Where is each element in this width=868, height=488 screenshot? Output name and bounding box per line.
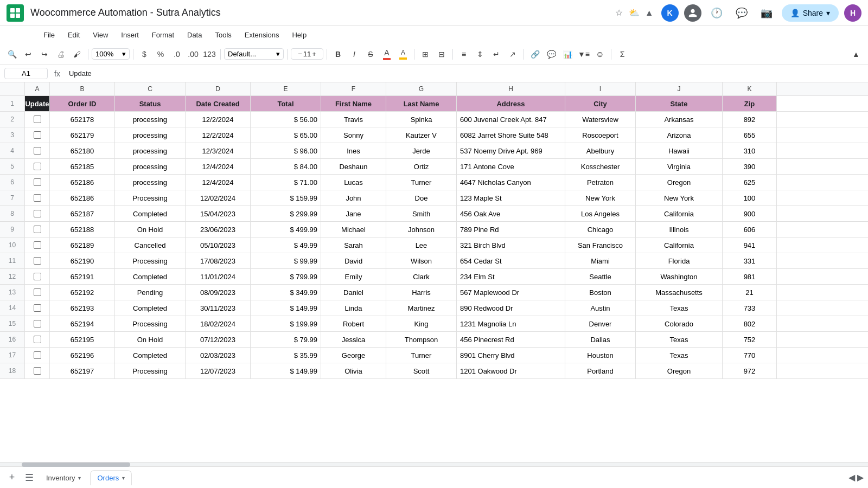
cell-city-4[interactable]: Abelbury — [565, 143, 636, 158]
menu-file[interactable]: File — [38, 29, 60, 41]
row-num-7[interactable]: 7 — [0, 190, 25, 206]
avatar-k[interactable]: K — [661, 4, 679, 22]
cell-date-12[interactable]: 11/01/2024 — [186, 269, 251, 284]
checkbox-7[interactable] — [34, 194, 41, 202]
strikethrough-btn[interactable]: S — [363, 47, 378, 62]
cell-zip-10[interactable]: 941 — [723, 237, 777, 253]
cell-orderid-17[interactable]: 652196 — [50, 348, 115, 363]
cell-update-16[interactable] — [25, 332, 50, 347]
drive-icon[interactable]: ▲ — [644, 8, 655, 18]
cell-total-9[interactable]: $ 499.99 — [251, 222, 321, 237]
cell-zip-18[interactable]: 972 — [723, 363, 777, 378]
comment-toolbar-btn[interactable]: 💬 — [544, 47, 559, 62]
cell-zip-2[interactable]: 892 — [723, 112, 777, 127]
cell-date-13[interactable]: 08/09/2023 — [186, 285, 251, 300]
cell-total-13[interactable]: $ 349.99 — [251, 285, 321, 300]
cell-state-8[interactable]: California — [636, 206, 723, 221]
col-header-g[interactable]: G — [386, 82, 457, 95]
cell-fname-11[interactable]: David — [321, 253, 386, 268]
row-num-10[interactable]: 10 — [0, 237, 25, 253]
cell-city-5[interactable]: Kosschester — [565, 159, 636, 174]
checkbox-12[interactable] — [34, 273, 41, 280]
avatar-2[interactable] — [684, 4, 701, 22]
row-num-9[interactable]: 9 — [0, 222, 25, 237]
cell-date-5[interactable]: 12/4/2024 — [186, 159, 251, 174]
star-icon[interactable]: ☆ — [614, 8, 624, 18]
share-button[interactable]: 👤 Share ▾ — [782, 4, 839, 22]
cell-lname-3[interactable]: Kautzer V — [386, 127, 457, 143]
cell-total-17[interactable]: $ 35.99 — [251, 348, 321, 363]
cell-date-16[interactable]: 07/12/2023 — [186, 332, 251, 347]
cell-address-8[interactable]: 456 Oak Ave — [457, 206, 565, 221]
tab-inventory[interactable]: Inventory ▾ — [39, 470, 88, 485]
history-icon[interactable]: 🕐 — [707, 3, 726, 23]
cell-address-13[interactable]: 567 Maplewood Dr — [457, 285, 565, 300]
undo-btn[interactable]: ↩ — [21, 47, 36, 62]
cell-address-10[interactable]: 321 Birch Blvd — [457, 237, 565, 253]
cell-orderid-16[interactable]: 652195 — [50, 332, 115, 347]
cell-lname-11[interactable]: Wilson — [386, 253, 457, 268]
cell-address-3[interactable]: 6082 Jarret Shore Suite 548 — [457, 127, 565, 143]
header-address[interactable]: Address — [457, 96, 565, 111]
menu-view[interactable]: View — [87, 29, 113, 41]
cell-lname-5[interactable]: Ortiz — [386, 159, 457, 174]
header-order-id[interactable]: Order ID — [50, 96, 115, 111]
cell-city-8[interactable]: Los Angeles — [565, 206, 636, 221]
filter-btn[interactable]: ▼≡ — [576, 47, 591, 62]
col-header-b[interactable]: B — [50, 82, 115, 95]
v-align-btn[interactable]: ⇕ — [473, 47, 488, 62]
cell-city-16[interactable]: Dallas — [565, 332, 636, 347]
row-num-18[interactable]: 18 — [0, 363, 25, 378]
row-num-16[interactable]: 16 — [0, 332, 25, 347]
app-icon[interactable] — [7, 4, 24, 22]
header-update[interactable]: Update — [25, 96, 50, 111]
cell-city-6[interactable]: Petraton — [565, 175, 636, 190]
cell-date-10[interactable]: 05/10/2023 — [186, 237, 251, 253]
percent-btn[interactable]: % — [153, 47, 168, 62]
menu-insert[interactable]: Insert — [116, 29, 144, 41]
cell-city-11[interactable]: Miami — [565, 253, 636, 268]
cell-zip-12[interactable]: 981 — [723, 269, 777, 284]
cell-zip-9[interactable]: 606 — [723, 222, 777, 237]
row-num-11[interactable]: 11 — [0, 253, 25, 268]
cell-state-2[interactable]: Arkansas — [636, 112, 723, 127]
cell-orderid-12[interactable]: 652191 — [50, 269, 115, 284]
cell-update-10[interactable] — [25, 237, 50, 253]
increase-decimal-btn[interactable]: .00 — [186, 47, 201, 62]
checkbox-17[interactable] — [34, 351, 41, 359]
cell-state-17[interactable]: Texas — [636, 348, 723, 363]
cell-status-17[interactable]: Completed — [115, 348, 186, 363]
cell-fname-18[interactable]: Olivia — [321, 363, 386, 378]
cell-update-13[interactable] — [25, 285, 50, 300]
cell-fname-13[interactable]: Daniel — [321, 285, 386, 300]
cell-address-12[interactable]: 234 Elm St — [457, 269, 565, 284]
cell-lname-10[interactable]: Lee — [386, 237, 457, 253]
cell-date-4[interactable]: 12/3/2024 — [186, 143, 251, 158]
tab-orders[interactable]: Orders ▾ — [90, 470, 132, 485]
scroll-left-btn[interactable]: ◀ — [848, 472, 855, 483]
cell-lname-17[interactable]: Turner — [386, 348, 457, 363]
col-header-f[interactable]: F — [321, 82, 386, 95]
cell-update-8[interactable] — [25, 206, 50, 221]
row-num-2[interactable]: 2 — [0, 112, 25, 127]
checkbox-4[interactable] — [34, 147, 41, 155]
highlight-color-btn[interactable]: A — [395, 47, 411, 62]
cloud-icon[interactable]: ⛅ — [629, 8, 640, 18]
cell-state-15[interactable]: Colorado — [636, 316, 723, 331]
header-fname[interactable]: First Name — [321, 96, 386, 111]
cell-total-16[interactable]: $ 79.99 — [251, 332, 321, 347]
cell-state-6[interactable]: Oregon — [636, 175, 723, 190]
cell-status-2[interactable]: processing — [115, 112, 186, 127]
cell-city-17[interactable]: Houston — [565, 348, 636, 363]
cell-fname-2[interactable]: Travis — [321, 112, 386, 127]
scroll-right-btn[interactable]: ▶ — [857, 472, 864, 483]
row-num-17[interactable]: 17 — [0, 348, 25, 363]
cell-total-12[interactable]: $ 799.99 — [251, 269, 321, 284]
cell-lname-2[interactable]: Spinka — [386, 112, 457, 127]
cell-state-14[interactable]: Texas — [636, 300, 723, 316]
col-header-d[interactable]: D — [186, 82, 251, 95]
header-lname[interactable]: Last Name — [386, 96, 457, 111]
functions-btn[interactable]: Σ — [615, 47, 630, 62]
cell-address-2[interactable]: 600 Juvenal Creek Apt. 847 — [457, 112, 565, 127]
cell-update-6[interactable] — [25, 175, 50, 190]
